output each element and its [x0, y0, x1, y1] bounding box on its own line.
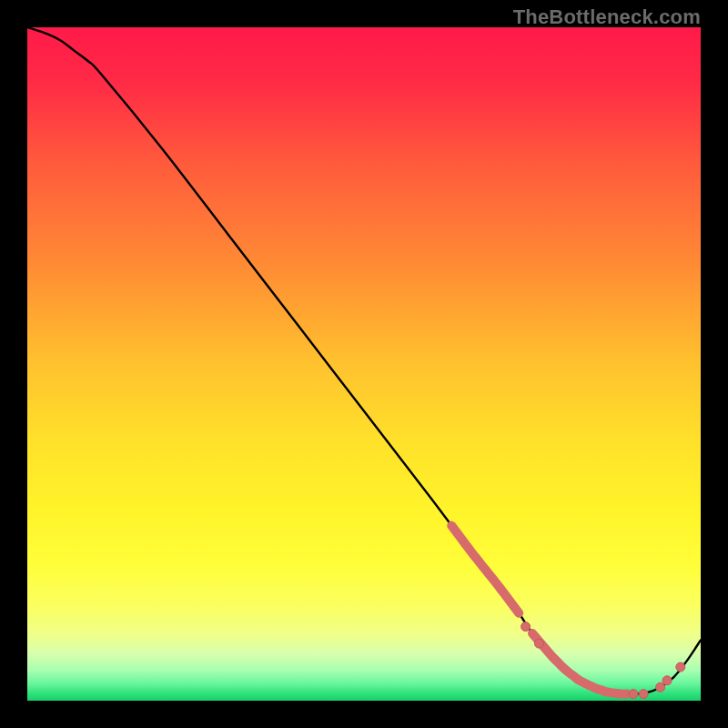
highlight-segment [451, 526, 519, 613]
highlight-segments [451, 526, 626, 694]
data-point [676, 662, 685, 672]
data-point [534, 639, 543, 648]
data-point [656, 682, 665, 692]
data-point [629, 690, 638, 699]
data-point [639, 690, 648, 699]
plot-frame [27, 27, 701, 701]
bottleneck-curve [27, 27, 701, 694]
data-point [521, 622, 531, 632]
watermark-text: TheBottleneck.com [513, 5, 701, 29]
chart-stage: TheBottleneck.com [0, 0, 728, 728]
highlight-segment [532, 633, 627, 694]
curve-layer [27, 27, 701, 701]
data-point [662, 676, 672, 685]
